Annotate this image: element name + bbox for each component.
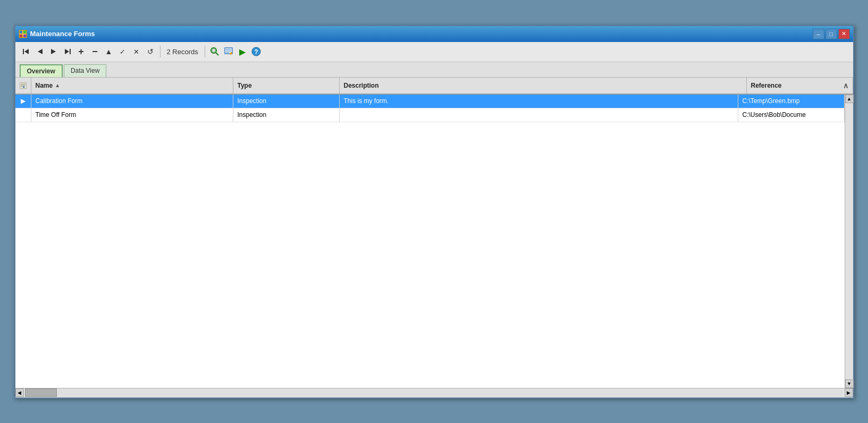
name-cell: Time Off Form: [31, 108, 233, 122]
help-btn[interactable]: ?: [250, 45, 263, 58]
svg-rect-2: [23, 31, 26, 33]
col-header-reference[interactable]: Reference ∧: [747, 78, 853, 94]
grid-header: Name ▲ Type Description Reference ∧: [15, 78, 853, 95]
app-icon: [19, 30, 27, 38]
first-record-icon: [22, 48, 30, 55]
minimize-button[interactable]: –: [813, 29, 824, 39]
close-button[interactable]: ✕: [838, 29, 850, 39]
next-record-btn[interactable]: [47, 45, 60, 58]
grid-rows-container: ▶ Calibration Form Inspection This is my…: [15, 95, 845, 388]
row-indicator-cell: ▶: [15, 95, 31, 108]
toolbar-separator: [160, 46, 161, 57]
reference-cell: C:\Users\Bob\Docume: [738, 108, 845, 122]
col-header-description[interactable]: Description: [340, 78, 747, 94]
last-record-icon: [64, 48, 71, 55]
tabs-bar: Overview Data View: [15, 62, 853, 78]
confirm-btn[interactable]: ✓: [116, 45, 129, 58]
reference-cell: C:\Temp\Green.bmp: [738, 95, 845, 108]
tab-overview[interactable]: Overview: [20, 64, 63, 77]
delete-record-btn[interactable]: −: [89, 45, 102, 58]
row-indicator-header-icon: [20, 81, 27, 90]
svg-rect-3: [20, 35, 22, 37]
col-header-name[interactable]: Name ▲: [31, 78, 233, 94]
hscroll-track: [25, 388, 844, 397]
title-bar-left: Maintenance Forms: [19, 30, 95, 38]
last-record-btn[interactable]: [61, 45, 74, 58]
first-record-btn[interactable]: [20, 45, 32, 58]
table-row[interactable]: Time Off Form Inspection C:\Users\Bob\Do…: [15, 108, 845, 122]
move-up-btn[interactable]: ▲: [103, 45, 115, 58]
hscroll-left-btn[interactable]: ◀: [15, 388, 24, 397]
sort-arrow-name: ▲: [55, 82, 60, 88]
svg-line-12: [216, 53, 218, 55]
description-cell: This is my form.: [340, 95, 738, 108]
window-title: Maintenance Forms: [30, 30, 95, 38]
grid-area: ▶ Calibration Form Inspection This is my…: [15, 95, 853, 388]
svg-marker-10: [65, 49, 69, 54]
hscroll-thumb[interactable]: [25, 388, 57, 397]
prev-record-icon: [36, 48, 44, 55]
row-indicator-cell: [15, 108, 31, 122]
empty-grid-area: [15, 122, 845, 388]
title-bar-buttons: – □ ✕: [813, 29, 850, 39]
search-btn[interactable]: [208, 45, 221, 58]
edit-btn[interactable]: [222, 45, 235, 58]
type-cell: Inspection: [233, 108, 340, 122]
scroll-down-btn[interactable]: ▼: [845, 379, 854, 388]
svg-marker-7: [38, 49, 43, 54]
main-window: Maintenance Forms – □ ✕: [14, 25, 854, 399]
tab-data-view[interactable]: Data View: [64, 64, 106, 77]
horizontal-scrollbar[interactable]: ◀ ▶: [15, 388, 853, 397]
svg-marker-6: [24, 49, 29, 54]
records-label: 2 Records: [167, 48, 198, 56]
col-header-type[interactable]: Type: [233, 78, 340, 94]
table-row[interactable]: ▶ Calibration Form Inspection This is my…: [15, 95, 845, 108]
svg-rect-9: [70, 49, 71, 54]
content-area: Name ▲ Type Description Reference ∧ ▶: [15, 78, 853, 397]
svg-rect-1: [20, 31, 22, 33]
scroll-track: [845, 103, 853, 379]
svg-point-13: [212, 49, 215, 52]
svg-text:?: ?: [254, 48, 258, 56]
name-cell: Calibration Form: [31, 95, 233, 108]
title-bar: Maintenance Forms – □ ✕: [15, 26, 853, 42]
vertical-scrollbar[interactable]: ▲ ▼: [845, 95, 853, 388]
toolbar: + − ▲ ✓ ✕ ↺ 2 Records: [15, 42, 853, 62]
help-icon: ?: [251, 47, 261, 56]
svg-rect-5: [23, 49, 24, 54]
type-cell: Inspection: [233, 95, 340, 108]
svg-rect-22: [20, 82, 26, 89]
cancel-btn[interactable]: ✕: [130, 45, 143, 58]
refresh-btn[interactable]: ↺: [144, 45, 157, 58]
svg-rect-4: [23, 35, 26, 37]
restore-button[interactable]: □: [825, 29, 837, 39]
svg-marker-8: [51, 49, 56, 54]
hscroll-right-btn[interactable]: ▶: [845, 388, 853, 397]
search-icon: [210, 47, 220, 56]
next-record-icon: [50, 48, 57, 55]
col-header-indicator: [15, 78, 31, 94]
toolbar-separator-2: [205, 46, 205, 57]
prev-record-btn[interactable]: [33, 45, 46, 58]
description-cell: [340, 108, 738, 122]
row-arrow: ▶: [21, 97, 26, 105]
scroll-up-indicator: ∧: [843, 81, 848, 90]
edit-icon: [224, 47, 233, 56]
play-btn[interactable]: ▶: [236, 45, 249, 58]
scroll-up-btn[interactable]: ▲: [845, 95, 854, 103]
add-record-btn[interactable]: +: [75, 45, 88, 58]
